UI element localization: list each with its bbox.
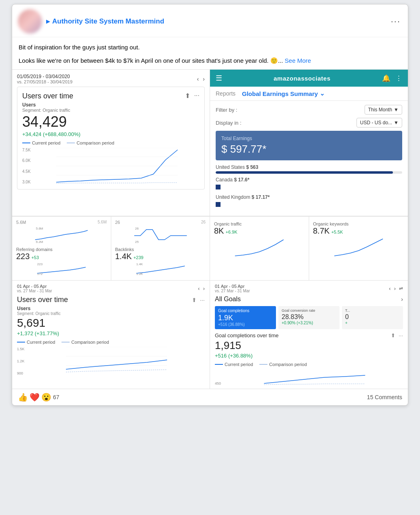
organic-traffic-change: +6.9K (225, 230, 237, 234)
page-title-area: ▶ Authority Site System Mastermind (46, 17, 385, 26)
wide-date-right: 01 Apr - 05 Apr (215, 284, 250, 289)
filter-icon[interactable]: ⇌ (399, 285, 403, 292)
uk-bar-square (216, 202, 221, 207)
avatar (18, 9, 42, 34)
ref-domains-big-chart: 5.6M 6.2M (16, 226, 107, 244)
users-over-time-wide-panel: 01 Apr - 05 Apr vs. 27 Mar - 31 Mar ‹ › … (12, 281, 210, 389)
wide-next-left[interactable]: › (203, 285, 205, 292)
legend-current: Current period (22, 140, 60, 145)
goal-col3-box: T... 0 + (342, 306, 403, 329)
wide-left-chart (28, 347, 205, 375)
wide-date-vs-right: vs. 27 Mar - 31 Mar (215, 289, 250, 293)
svg-text:172: 172 (37, 272, 43, 275)
more-options-button[interactable]: ··· (389, 16, 402, 27)
goal-conversion-box[interactable]: Goal conversion rate 28.83% +0.90% (+3.2… (278, 306, 339, 329)
wide-left-more-icon[interactable]: ··· (200, 297, 205, 303)
us-label: United States $ 563 (216, 164, 402, 170)
amazon-panel: ☰ amazonassociates 🔔 ⋮ Reports Global Ea… (210, 70, 408, 216)
heart-emoji: ❤️ (30, 392, 40, 402)
backlinks-chart-panel: 26 26 26 25 Backlinks 1.4K +239 1.4K 1.2… (111, 217, 210, 280)
page-name: ▶ Authority Site System Mastermind (46, 17, 385, 26)
uot-header: Users over time ⬆ ··· (22, 92, 199, 100)
goals-more-icon[interactable]: ··· (399, 332, 403, 338)
bell-icon[interactable]: 🔔 (382, 74, 390, 83)
ga-date-range: 01/05/2019 - 03/04/2020 (17, 74, 72, 79)
goals-metrics: Goal completions 1.9K +516 (36.88%) Goal… (215, 306, 403, 329)
ga-nav-arrows[interactable]: ‹ › (197, 76, 205, 82)
display-chevron-icon: ▼ (394, 120, 399, 126)
svg-text:25: 25 (135, 240, 138, 244)
backlinks-change: +239 (134, 255, 144, 260)
ga-date-row: 01/05/2019 - 03/04/2020 vs. 27/05/2018 -… (17, 74, 205, 84)
filter-dropdown[interactable]: This Month ▼ (365, 105, 402, 115)
goals-legend-dashed (259, 364, 267, 365)
share-icon[interactable]: ⬆ (185, 92, 190, 100)
all-goals-title: All Goals (215, 296, 241, 303)
amazon-header: ☰ amazonassociates 🔔 ⋮ (210, 70, 408, 87)
organic-keywords-change: +5.5K (331, 230, 343, 234)
us-row: United States $ 563 (216, 164, 402, 174)
ga-prev-arrow[interactable]: ‹ (197, 76, 199, 82)
organic-traffic-panel: Organic traffic 8K +6.9K (210, 217, 309, 280)
goal-completions-box[interactable]: Goal completions 1.9K +516 (36.88%) (215, 306, 276, 329)
post-text: Bit of inspiration for the guys just sta… (12, 37, 408, 69)
goals-y-labels: 450 (215, 369, 226, 385)
organic-keywords-value: 8.7K (313, 226, 330, 236)
over-time-change: +516 (+36.88%) (215, 353, 403, 359)
wide-left-legend-solid (17, 342, 25, 343)
wide-left-legend: Current period Comparison period (17, 340, 205, 345)
backlinks-big-chart: 26 25 (115, 226, 206, 244)
wide-left-share-icon[interactable]: ⬆ (192, 297, 197, 303)
canada-row: Canada $ 17.6* (216, 177, 402, 191)
total-earnings-box: Total Earnings $ 597.77* (216, 131, 402, 160)
reaction-count: 67 (53, 394, 59, 400)
more-icon[interactable]: ··· (194, 92, 199, 100)
uot-change: +34,424 (+688,480.00%) (22, 131, 199, 137)
total-earnings-value: $ 597.77* (221, 143, 397, 155)
svg-text:5.6M: 5.6M (36, 227, 43, 230)
wide-prev-right[interactable]: ‹ (389, 285, 390, 292)
hamburger-icon[interactable]: ☰ (216, 74, 222, 83)
backlinks-value: 1.4K (115, 252, 132, 261)
organic-traffic-value: 8K (214, 226, 224, 236)
page-name-text: Authority Site System Mastermind (52, 17, 164, 26)
us-bar (216, 171, 402, 174)
us-bar-fill (216, 171, 393, 174)
goals-share-icon[interactable]: ⬆ (391, 332, 395, 338)
see-more-link[interactable]: See More (285, 57, 311, 64)
svg-text:26: 26 (135, 227, 138, 230)
thumbs-up-emoji: 👍 (18, 392, 28, 402)
wide-left-segment: Segment: Organic traffic (17, 311, 205, 316)
comments-count: 15 Comments (367, 394, 402, 400)
organic-traffic-label: Organic traffic (214, 221, 305, 226)
referring-domains-label: Referring domains (16, 247, 107, 252)
referring-domains-chart-panel: 5.6M 5.6M 5.6M 6.2M Referring domains 22… (12, 217, 111, 280)
display-dropdown[interactable]: USD - US do... ▼ (356, 118, 402, 128)
total-earnings-label: Total Earnings (221, 136, 397, 141)
canada-label: Canada $ 17.6* (216, 177, 402, 183)
y-axis-labels: 7.5K 6.0K 4.5K 3.0K (22, 148, 34, 184)
ga-top-panel: 01/05/2019 - 03/04/2020 vs. 27/05/2018 -… (12, 70, 210, 216)
ref-domains-small-chart: 223 172 (16, 261, 107, 275)
ga-next-arrow[interactable]: › (203, 76, 205, 82)
vertical-dots-icon[interactable]: ⋮ (395, 74, 402, 83)
global-earnings-label[interactable]: Global Earnings Summary ⌄ (242, 90, 325, 97)
all-goals-chevron-icon[interactable]: › (401, 296, 403, 302)
over-time-value: 1,915 (215, 339, 403, 352)
chevron-down-icon: ⌄ (320, 90, 325, 97)
amazon-logo: amazonassociates (227, 75, 377, 82)
reactions-left: 👍 ❤️ 😮 67 (18, 392, 59, 402)
ahrefs-metrics-grid: 5.6M 5.6M 5.6M 6.2M Referring domains 22… (12, 216, 408, 280)
ga-top-chart (34, 148, 199, 184)
canada-bar-square (216, 185, 221, 189)
wide-date-left: 01 Apr - 05 Apr (17, 284, 52, 289)
users-over-time-box: Users over time ⬆ ··· Users Segment: Org… (17, 87, 205, 189)
chart-container: 7.5K 6.0K 4.5K 3.0K (22, 148, 199, 184)
reactions-bar: 👍 ❤️ 😮 67 15 Comments (12, 389, 408, 405)
display-in-row: Display in : USD - US do... ▼ (216, 118, 402, 128)
organic-keywords-panel: Organic keywords 8.7K +5.5K (309, 217, 408, 280)
display-label: Display in : (216, 120, 242, 126)
wide-prev-left[interactable]: ‹ (198, 285, 199, 292)
legend-dashed-line (67, 143, 75, 143)
wide-next-right[interactable]: › (394, 285, 396, 292)
